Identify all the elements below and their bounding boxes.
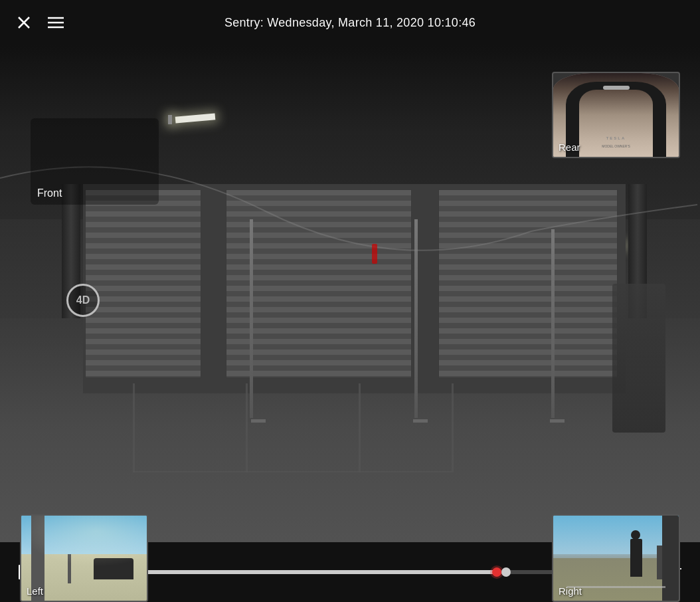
parking-line-2 [246,383,248,473]
fire-extinguisher [372,244,377,264]
charge-post-1 [250,219,253,418]
left-camera-label: Left [27,585,43,597]
front-label-overlay: Front [31,118,159,205]
right-camera-thumbnail[interactable]: Right [552,514,680,602]
seek-handle-grey[interactable] [501,567,511,577]
roller-door-1 [85,189,201,378]
video-title: Sentry: Wednesday, March 11, 2020 10:10:… [224,16,476,30]
front-camera-label: Front [37,187,62,199]
tesla-logo-hint [603,86,630,90]
charge-post-arm-2 [413,419,428,423]
charge-post-2 [414,219,418,418]
rear-camera-label: Rear [559,142,580,153]
parking-line-1 [133,383,135,473]
bumper-text-2: MODEL OWNER'S [602,144,630,148]
seek-bar[interactable] [88,570,612,574]
person-body [630,539,642,577]
right-charger [657,546,662,579]
light-mount [168,115,172,124]
person-head [631,530,640,540]
parking-line-4 [452,383,454,473]
parking-line-h [133,471,452,472]
charge-post-arm-1 [251,419,266,423]
bumper-text: TESLA [606,136,626,140]
menu-button[interactable] [45,12,66,33]
top-bar: Sentry: Wednesday, March 11, 2020 10:10:… [0,0,700,45]
parked-car [612,284,665,433]
parking-line-3 [359,383,361,473]
seek-handle-red[interactable] [492,567,501,577]
close-button[interactable] [13,12,35,33]
rear-camera-thumbnail[interactable]: TESLA MODEL OWNER'S Rear [552,72,680,158]
right-camera-label: Right [559,585,582,597]
video-area: 4D Front [0,45,700,602]
roller-door-3 [438,189,618,378]
left-camera-thumbnail[interactable]: Left [20,514,148,602]
seek-bar-fill [88,570,497,574]
charge-post-3 [551,229,555,418]
charge-post-arm-3 [550,419,565,423]
roller-door-2 [226,189,412,378]
sign-4d: 4D [66,284,100,317]
sun-glow [21,516,147,567]
